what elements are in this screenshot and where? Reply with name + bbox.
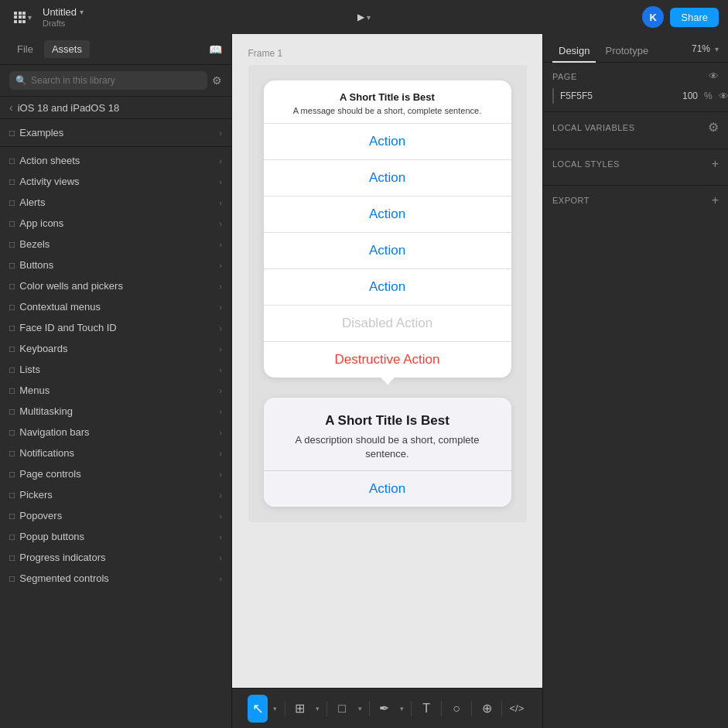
- folder-icon: □: [9, 573, 15, 584]
- search-input[interactable]: [9, 71, 207, 90]
- action-item-1[interactable]: Action: [264, 124, 511, 160]
- examples-item[interactable]: □ Examples ›: [9, 122, 222, 143]
- folder-icon: □: [9, 406, 15, 417]
- action-item-3[interactable]: Action: [264, 197, 511, 233]
- title-chevron-icon: ▾: [80, 8, 84, 16]
- breadcrumb-back-icon[interactable]: ‹: [9, 101, 13, 114]
- asset-item-chevron-icon: ›: [219, 490, 222, 500]
- alert-action-btn[interactable]: Action: [264, 471, 511, 507]
- folder-icon: □: [9, 197, 15, 208]
- left-panel: File Assets 📖 🔍 ⚙ ‹ iOS 18 and iPadOS 18…: [0, 34, 232, 728]
- page-eye-icon[interactable]: 👁: [719, 91, 728, 102]
- play-chevron-icon: ▾: [367, 13, 371, 22]
- file-title[interactable]: Untitled ▾: [43, 6, 84, 18]
- action-sheet-header: A Short Title is Best A message should b…: [264, 80, 511, 124]
- page-color-swatch[interactable]: [552, 88, 554, 104]
- asset-item[interactable]: □ Alerts ›: [0, 192, 231, 213]
- app-menu-button[interactable]: ▾: [9, 9, 36, 26]
- asset-item-label: Alerts: [19, 197, 45, 208]
- tab-design[interactable]: Design: [552, 40, 596, 63]
- action-item-2[interactable]: Action: [264, 160, 511, 197]
- asset-item[interactable]: □ Multitasking ›: [0, 401, 231, 422]
- tab-assets[interactable]: Assets: [44, 40, 90, 58]
- asset-item[interactable]: □ Segmented controls ›: [0, 568, 231, 589]
- frame-tool-chevron[interactable]: ▾: [313, 695, 323, 723]
- alert-title: A Short Title Is Best: [276, 413, 499, 429]
- frame-icon: ⊞: [295, 701, 305, 716]
- destructive-action-item[interactable]: Destructive Action: [264, 342, 511, 378]
- asset-item[interactable]: □ Bezels ›: [0, 234, 231, 255]
- code-tool-button[interactable]: </>: [507, 695, 527, 723]
- asset-item[interactable]: □ Face ID and Touch ID ›: [0, 317, 231, 338]
- component-tool-button[interactable]: ⊕: [477, 695, 497, 723]
- asset-item-label: Segmented controls: [19, 572, 109, 584]
- asset-item[interactable]: □ Navigation bars ›: [0, 422, 231, 443]
- select-tool-button[interactable]: ↖: [248, 695, 268, 723]
- asset-item-label: App icons: [19, 217, 63, 229]
- filter-icon[interactable]: ⚙: [212, 74, 222, 87]
- asset-item-chevron-icon: ›: [219, 365, 222, 374]
- pen-tool-chevron[interactable]: ▾: [398, 695, 407, 723]
- text-tool-button[interactable]: T: [416, 695, 436, 723]
- asset-item-label: Page controls: [19, 468, 81, 480]
- shape-tool-chevron[interactable]: ▾: [355, 695, 364, 723]
- breadcrumb: ‹ iOS 18 and iPadOS 18: [0, 97, 231, 119]
- export-add-icon[interactable]: +: [712, 193, 719, 207]
- asset-item[interactable]: □ Keyboards ›: [0, 338, 231, 359]
- toolbar-separator-4: [411, 701, 412, 716]
- asset-item[interactable]: □ Action sheets ›: [0, 150, 231, 171]
- asset-item[interactable]: □ App icons ›: [0, 213, 231, 234]
- asset-item[interactable]: □ Contextual menus ›: [0, 296, 231, 317]
- play-button[interactable]: ▶ ▾: [351, 9, 377, 26]
- asset-item[interactable]: □ Notifications ›: [0, 443, 231, 463]
- asset-item[interactable]: □ Progress indicators ›: [0, 547, 231, 568]
- asset-item-label: Color wells and pickers: [19, 280, 123, 292]
- asset-item-chevron-icon: ›: [219, 240, 222, 249]
- folder-icon: □: [9, 469, 15, 480]
- local-styles-add-icon[interactable]: +: [712, 157, 719, 171]
- frame-tool-button[interactable]: ⊞: [290, 695, 310, 723]
- book-icon[interactable]: 📖: [209, 43, 222, 56]
- shape-tool-button[interactable]: □: [332, 695, 352, 723]
- asset-item[interactable]: □ Activity views ›: [0, 171, 231, 192]
- local-variables-settings-icon[interactable]: ⚙: [708, 120, 719, 135]
- page-opacity-value: 100: [682, 91, 698, 101]
- select-tool-chevron[interactable]: ▾: [271, 695, 280, 723]
- asset-item[interactable]: □ Popovers ›: [0, 505, 231, 526]
- examples-section: □ Examples ›: [0, 119, 231, 147]
- ellipse-tool-button[interactable]: ○: [446, 695, 467, 723]
- grid-icon: [14, 12, 26, 23]
- pen-tool-button[interactable]: ✒: [374, 695, 395, 723]
- asset-item[interactable]: □ Menus ›: [0, 380, 231, 401]
- action-item-4[interactable]: Action: [264, 233, 511, 269]
- asset-item-label: Multitasking: [19, 405, 73, 417]
- asset-item[interactable]: □ Color wells and pickers ›: [0, 275, 231, 296]
- action-sheet-message: A message should be a short, complete se…: [276, 106, 499, 115]
- tab-file[interactable]: File: [9, 40, 41, 58]
- action-item-5[interactable]: Action: [264, 269, 511, 306]
- share-button[interactable]: Share: [670, 8, 719, 27]
- folder-icon: □: [9, 427, 15, 438]
- folder-icon: □: [9, 239, 15, 250]
- folder-icon: □: [9, 364, 15, 375]
- asset-item-label: Activity views: [19, 176, 79, 187]
- visibility-icon[interactable]: 👁: [709, 70, 719, 82]
- tab-prototype[interactable]: Prototype: [599, 40, 655, 63]
- page-section-title: Page: [552, 72, 577, 81]
- sheet-pointer: [380, 377, 395, 385]
- asset-item[interactable]: □ Page controls ›: [0, 463, 231, 484]
- user-avatar[interactable]: K: [642, 6, 664, 28]
- canvas-content[interactable]: Frame 1 A Short Title is Best A message …: [232, 34, 542, 688]
- asset-item[interactable]: □ Pickers ›: [0, 484, 231, 505]
- examples-chevron-icon: ›: [219, 128, 222, 138]
- asset-item[interactable]: □ Lists ›: [0, 359, 231, 380]
- asset-item[interactable]: □ Popup buttons ›: [0, 526, 231, 547]
- asset-item[interactable]: □ Buttons ›: [0, 255, 231, 275]
- local-variables-header: Local variables ⚙: [552, 120, 719, 135]
- action-sheet-card: A Short Title is Best A message should b…: [264, 80, 511, 378]
- zoom-chevron-icon[interactable]: ▾: [715, 45, 719, 53]
- folder-icon: □: [9, 490, 15, 501]
- code-icon: </>: [510, 702, 525, 714]
- page-color-input[interactable]: F5F5F5: [560, 91, 676, 101]
- page-section-header: Page 👁: [552, 70, 719, 82]
